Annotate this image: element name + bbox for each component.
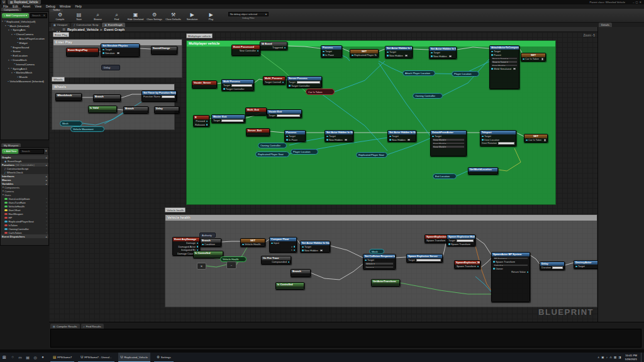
tray-icon-1[interactable]: ▣ bbox=[601, 356, 604, 359]
graph-node-is-valid[interactable]: Is Valid bbox=[88, 106, 117, 113]
component-springarm1[interactable]: ▾▪SpringArm1 bbox=[1, 67, 48, 71]
graph-node-branch[interactable]: BranchCondition bbox=[200, 238, 221, 247]
graph-node-event-possessed[interactable]: Event PossessedNew Controller bbox=[231, 45, 260, 56]
add-icon[interactable]: + bbox=[46, 163, 47, 167]
instance-editable-icon[interactable]: ○ bbox=[46, 209, 47, 211]
instance-editable-icon[interactable]: ○ bbox=[46, 216, 47, 219]
menu-help[interactable]: Help bbox=[75, 4, 81, 9]
component-enginesound[interactable]: ▪EngineSound bbox=[1, 45, 48, 50]
component-mesh-inherited[interactable]: ▾▪Mesh (Inherited) bbox=[1, 24, 48, 28]
add-icon[interactable]: + bbox=[46, 156, 47, 159]
comment-bubble-enter-play[interactable]: Enter Play bbox=[53, 32, 69, 37]
add-icon[interactable]: + bbox=[46, 175, 47, 178]
graph-node-replicated-player-seat[interactable]: Replicated Player Seat bbox=[255, 151, 289, 157]
instance-editable-icon[interactable]: ○ bbox=[46, 228, 47, 230]
graph-node-spawnactor-bp-system[interactable]: SpawnActor BP SystemBP System ▾Spawn Tra… bbox=[491, 252, 530, 302]
taskbar-system-icon-1[interactable]: ▭ bbox=[16, 355, 24, 359]
tray-icon-0[interactable]: ∧ bbox=[597, 356, 599, 359]
comment-bubble-multiplayer-vehicle[interactable]: Multiplayer vehicle bbox=[186, 33, 213, 38]
taskbar-system-icon-3[interactable]: ◎ bbox=[31, 355, 39, 359]
instance-editable-icon[interactable]: ○ bbox=[46, 224, 47, 226]
graph-node-master-exit[interactable]: Master ExitTarget bbox=[211, 114, 245, 123]
graph-node-x[interactable]: − bbox=[226, 261, 236, 269]
tab-details[interactable]: Details bbox=[599, 23, 612, 27]
graph-node-wheelcheck[interactable]: Wheelcheck bbox=[55, 93, 82, 101]
component-springarm[interactable]: ▾▪SpringArm bbox=[1, 28, 48, 33]
component-muzzle[interactable]: ▪Muzzle bbox=[1, 75, 48, 79]
play-button[interactable]: ▶Play bbox=[203, 12, 219, 21]
component-widget[interactable]: ▪Widget bbox=[1, 41, 48, 45]
graph-node-compare-float[interactable]: Compare FloatInput>< bbox=[269, 237, 297, 253]
window-tab[interactable]: ▤ Replicated_Vehicle bbox=[8, 0, 41, 4]
tray-icon-4[interactable]: ▦ bbox=[614, 356, 616, 359]
breadcrumb-root[interactable]: Replicated_Vehicle bbox=[67, 28, 99, 31]
window-controls[interactable]: –▢✕ bbox=[633, 0, 643, 4]
expand-arrow-icon[interactable]: ▾ bbox=[8, 59, 10, 62]
graph-node-set-timer-by-function-name[interactable]: Set Timer by Function NameFunction Name bbox=[142, 90, 177, 102]
graph-node-vacate-exit[interactable]: Vacate ExitTarget bbox=[267, 109, 302, 118]
graph-node-set[interactable]: SETCar Is Taken bbox=[521, 53, 546, 62]
section-event-dispatchers[interactable]: Event Dispatchers+ bbox=[1, 234, 48, 238]
components-search-input[interactable]: Search ✕ bbox=[30, 13, 47, 18]
breadcrumb-leaf[interactable]: Event Graph bbox=[104, 28, 125, 31]
graph-node-set-actor-hidden-in-game[interactable]: Set Actor Hidden In GameTargetNew Hidden bbox=[385, 46, 413, 58]
graph-node-is-controlled[interactable]: Is Controlled bbox=[193, 251, 223, 258]
graph-node-authority[interactable]: Authority bbox=[199, 233, 216, 238]
class-defaults-button[interactable]: ⚒Class Defaults bbox=[165, 12, 182, 21]
graph-node-set[interactable]: SETCar Is Taken bbox=[524, 134, 548, 143]
graph-node-soundchange[interactable]: SoundChange bbox=[151, 46, 177, 55]
graph-node-possess[interactable]: PossessTargetIn Pawn bbox=[284, 130, 306, 142]
tray-icon-2[interactable]: ♪ bbox=[606, 356, 608, 359]
add-icon[interactable]: + bbox=[46, 178, 47, 182]
graph-node-multi-possess[interactable]: Multi_PossessTarget Controller bbox=[263, 76, 286, 85]
taskbar-app-settings[interactable]: ⚙Settings bbox=[154, 353, 174, 362]
menu-debug[interactable]: Debug bbox=[46, 4, 55, 9]
class-settings-button[interactable]: ⚙Class Settings bbox=[146, 12, 163, 21]
instance-editable-icon[interactable]: ○ bbox=[46, 220, 47, 222]
graph-node-set-actor-hidden-in-game[interactable]: Set Actor Hidden In GameTargetNew Hidden bbox=[325, 130, 353, 142]
graph-node-exit-location[interactable]: Exit Location bbox=[433, 173, 457, 179]
component-attachplayerlocation[interactable]: ▪AttachPlayerLocation bbox=[1, 36, 48, 41]
component-internalcamera[interactable]: ▪InternalCamera bbox=[1, 62, 48, 67]
graph-node-e[interactable]: EPressedReleased bbox=[193, 115, 209, 127]
graph-node-branch[interactable]: Branch bbox=[123, 106, 148, 114]
add-component-button[interactable]: + Add Component ▾ bbox=[2, 13, 29, 18]
expand-arrow-icon[interactable]: ▾ bbox=[11, 72, 13, 74]
graph-node-set[interactable]: SETVehicle Health bbox=[240, 238, 265, 247]
my-blueprint-search-input[interactable]: Search bbox=[19, 149, 43, 154]
taskbar-system-icon-4[interactable]: ● bbox=[39, 355, 47, 359]
taskbar-clock[interactable]: 10:41 PM 1/26/2021 bbox=[623, 354, 639, 361]
graph-node-spawn-explosion-multi[interactable]: Spawn Explosion MultiTargetSpawn Transfo… bbox=[447, 234, 475, 246]
graph-node-delay[interactable]: DelayDuration bbox=[540, 261, 565, 270]
menu-window[interactable]: Window bbox=[60, 4, 71, 9]
component-replicated-vehicle-self[interactable]: ▾▪Replicated_Vehicle(self) bbox=[1, 19, 48, 24]
taskbar-app-fpsgame7-unreal[interactable]: UFPSGame7 - Unreal... bbox=[78, 353, 114, 362]
graph-node-branch[interactable]: Branch bbox=[291, 269, 311, 277]
component-scene[interactable]: ▪Scene bbox=[1, 50, 48, 54]
hide-unrelated-button[interactable]: ▣Hide Unrelated bbox=[127, 12, 144, 21]
comment-bubble-vehicle-health[interactable]: Vehicle health bbox=[165, 207, 186, 212]
graph-node-branch[interactable]: Branch bbox=[93, 94, 121, 102]
graph-node-getactortransform[interactable]: GetActorTransform bbox=[371, 279, 400, 287]
graph-node-replicated-player-seat[interactable]: Replicated Player Seat bbox=[356, 152, 387, 158]
graph-node-possess[interactable]: PossessTargetIn Pawn bbox=[321, 45, 342, 58]
graph-node-set-actor-hidden-in-game[interactable]: Set Actor Hidden In GameTargetNew Hidden bbox=[387, 130, 416, 142]
expand-arrow-icon[interactable]: ▾ bbox=[3, 190, 4, 192]
instance-editable-icon[interactable]: ○ bbox=[46, 197, 47, 200]
tab-find-results[interactable]: ⌕Find Results bbox=[81, 324, 104, 329]
taskbar-system-icon-0[interactable]: ○ bbox=[9, 355, 16, 359]
graph-node-teleport[interactable]: TeleportTargetDest LocationDest Rotation bbox=[480, 130, 516, 146]
expand-arrow-icon[interactable]: ▾ bbox=[3, 194, 4, 196]
component-chasecamera[interactable]: ▾▪ChaseCamera bbox=[1, 32, 48, 36]
menu-asset[interactable]: Asset bbox=[23, 4, 31, 9]
component-exitlocation[interactable]: ▪ExitLocation bbox=[1, 53, 48, 58]
window-control-x[interactable]: ✕ bbox=[639, 1, 643, 4]
graph-node-set-collision-response-to-channel[interactable]: Set Collision Response to ChannelTargetV… bbox=[363, 254, 396, 270]
graph-node-set-actor-hidden-in-game[interactable]: Set Actor Hidden In GameTargetNew Hidden bbox=[300, 241, 330, 253]
add-icon[interactable]: + bbox=[46, 235, 47, 238]
component-dronemesh[interactable]: ▾▪DroneMesh bbox=[1, 58, 48, 62]
graph-node-owning-controller[interactable]: Owning Controller bbox=[258, 143, 287, 148]
graph-node-multi-possess[interactable]: Multi PossessTargetTarget Controller bbox=[221, 79, 254, 91]
graph-node-server-possess[interactable]: Server PossessTargetTarget Controller bbox=[287, 76, 322, 88]
compile-button[interactable]: ⚙Compile bbox=[52, 12, 69, 21]
